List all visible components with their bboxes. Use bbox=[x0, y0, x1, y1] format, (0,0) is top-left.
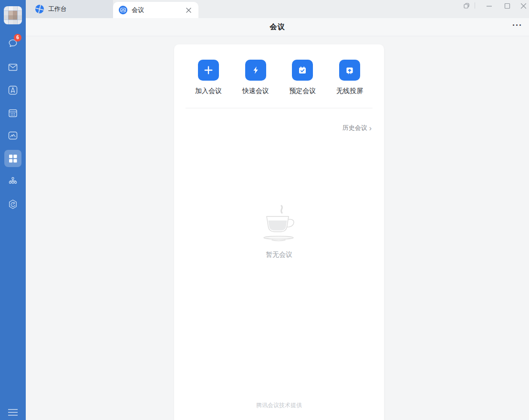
calendar-icon bbox=[7, 107, 19, 119]
calendar-check-glyph bbox=[298, 65, 307, 75]
join-meeting-button[interactable]: 加入会议 bbox=[194, 60, 223, 95]
minimize-button[interactable] bbox=[485, 1, 493, 10]
avatar-image bbox=[4, 6, 22, 24]
join-meeting-label: 加入会议 bbox=[195, 87, 222, 95]
tab-workbench[interactable]: 工作台 bbox=[26, 0, 113, 18]
empty-teacup-illustration bbox=[259, 205, 299, 243]
meeting-actions: 加入会议 快速会议 bbox=[174, 44, 384, 95]
close-icon bbox=[186, 8, 191, 13]
hamburger-icon bbox=[8, 409, 18, 416]
cast-glyph bbox=[345, 65, 354, 75]
quick-meeting-button[interactable]: 快速会议 bbox=[241, 60, 270, 95]
tab-close-button[interactable] bbox=[184, 6, 193, 14]
mail-icon bbox=[7, 62, 19, 73]
sidebar-item-workbench-active[interactable] bbox=[4, 150, 21, 167]
window-close-button[interactable] bbox=[519, 1, 527, 10]
meeting-logo-icon bbox=[118, 5, 128, 15]
plus-glyph bbox=[204, 65, 213, 75]
maximize-icon bbox=[504, 3, 510, 9]
hexagon-app-icon bbox=[7, 199, 19, 210]
lightning-glyph bbox=[251, 65, 260, 75]
meeting-card: 加入会议 快速会议 bbox=[174, 44, 384, 420]
sidebar-item-contacts[interactable] bbox=[7, 176, 19, 187]
sidebar-item-calendar[interactable] bbox=[7, 107, 19, 119]
sidebar-item-docs[interactable] bbox=[7, 84, 19, 96]
more-options-button[interactable]: ··· bbox=[512, 18, 522, 36]
powered-by-text: 腾讯会议技术提供 bbox=[174, 401, 384, 410]
tab-meeting-label: 会议 bbox=[132, 6, 144, 14]
empty-state: 暂无会议 bbox=[174, 205, 384, 259]
sidebar-item-apps[interactable] bbox=[7, 199, 19, 210]
sidebar-menu-button[interactable] bbox=[7, 407, 19, 418]
wireless-cast-label: 无线投屏 bbox=[336, 87, 363, 95]
history-meetings-link[interactable]: 历史会议 › bbox=[174, 108, 384, 132]
maximize-button[interactable] bbox=[503, 1, 511, 10]
chevron-right-icon: › bbox=[369, 125, 372, 131]
user-avatar[interactable] bbox=[4, 6, 22, 24]
sidebar-item-meetings[interactable] bbox=[7, 130, 19, 141]
wecom-window: 6 bbox=[0, 0, 529, 420]
unread-badge: 6 bbox=[14, 34, 21, 42]
page-header: 会议 ··· bbox=[26, 18, 529, 36]
quick-meeting-label: 快速会议 bbox=[242, 87, 269, 95]
docs-icon bbox=[7, 84, 19, 96]
cast-icon[interactable] bbox=[339, 60, 360, 81]
plus-icon[interactable] bbox=[198, 60, 219, 81]
tab-workbench-label: 工作台 bbox=[48, 5, 67, 13]
page-title: 会议 bbox=[270, 22, 285, 32]
workbench-grid-icon bbox=[8, 153, 18, 164]
window-close-icon bbox=[520, 3, 527, 9]
org-chart-icon bbox=[7, 176, 19, 187]
sidebar: 6 bbox=[0, 0, 26, 420]
overlap-windows-icon bbox=[463, 2, 470, 9]
wireless-cast-button[interactable]: 无线投屏 bbox=[335, 60, 364, 95]
empty-state-text: 暂无会议 bbox=[266, 251, 292, 259]
tab-bar: 工作台 会议 bbox=[26, 0, 529, 18]
window-controls-divider bbox=[475, 2, 475, 9]
schedule-meeting-label: 预定会议 bbox=[289, 87, 316, 95]
meeting-icon bbox=[7, 130, 19, 141]
schedule-meeting-button[interactable]: 预定会议 bbox=[288, 60, 317, 95]
sidebar-item-mail[interactable] bbox=[7, 62, 19, 73]
minimize-icon bbox=[486, 3, 492, 9]
workbench-logo-icon bbox=[35, 4, 44, 14]
main-area: 加入会议 快速会议 bbox=[26, 37, 529, 420]
window-layout-button[interactable] bbox=[463, 1, 470, 10]
tab-meeting-active[interactable]: 会议 bbox=[113, 2, 198, 18]
calendar-check-icon[interactable] bbox=[292, 60, 313, 81]
lightning-icon[interactable] bbox=[245, 60, 266, 81]
history-meetings-label: 历史会议 bbox=[342, 124, 367, 132]
